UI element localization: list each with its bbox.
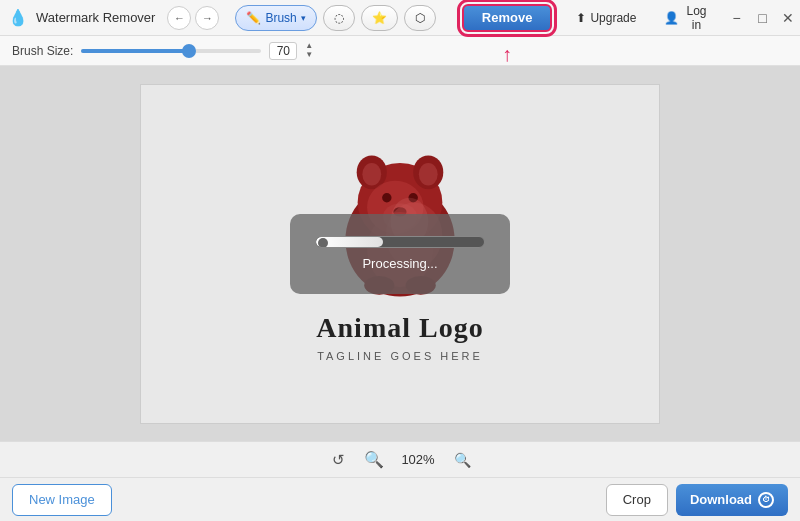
brush-icon: ✏️: [246, 11, 261, 25]
brush-size-label: Brush Size:: [12, 44, 73, 58]
zoom-out-button[interactable]: 🔍: [362, 448, 386, 472]
status-bar: ↺ 🔍 102% 🔍: [0, 441, 800, 477]
rotate-button[interactable]: ↺: [326, 448, 350, 472]
lasso-icon: ◌: [334, 11, 344, 25]
action-bar: New Image Crop Download ⏱: [0, 477, 800, 521]
brush-size-bar: Brush Size: 70 ▲ ▼: [0, 36, 800, 66]
remove-arrow-indicator: ↑: [502, 44, 512, 64]
lasso-tool-button[interactable]: ◌: [323, 5, 355, 31]
app-title: Watermark Remover: [36, 10, 155, 25]
brush-tool-button[interactable]: ✏️ Brush ▾: [235, 5, 316, 31]
minimize-button[interactable]: −: [730, 10, 744, 26]
canvas-area: Animal Logo TAGLINE GOES HERE Processing…: [0, 66, 800, 441]
brush-slider-track[interactable]: [81, 49, 261, 53]
remove-button[interactable]: Remove: [462, 4, 553, 32]
login-button[interactable]: 👤 Log in: [656, 1, 717, 35]
remove-button-wrapper: Remove ↑: [462, 4, 553, 32]
processing-text: Processing...: [362, 256, 437, 271]
brush-slider-fill: [81, 49, 189, 53]
upgrade-button[interactable]: ⬆ Upgrade: [568, 8, 644, 28]
image-frame[interactable]: Animal Logo TAGLINE GOES HERE Processing…: [140, 84, 660, 424]
polygon-tool-button[interactable]: ⭐: [361, 5, 398, 31]
svg-point-8: [382, 193, 391, 202]
eraser-tool-button[interactable]: ⬡: [404, 5, 436, 31]
brush-slider-thumb[interactable]: [182, 44, 196, 58]
polygon-icon: ⭐: [372, 11, 387, 25]
forward-button[interactable]: →: [195, 6, 219, 30]
processing-overlay: Processing...: [290, 214, 510, 294]
title-bar: 💧 Watermark Remover ← → ✏️ Brush ▾ ◌ ⭐ ⬡…: [0, 0, 800, 36]
crop-button[interactable]: Crop: [606, 484, 668, 516]
back-button[interactable]: ←: [167, 6, 191, 30]
user-icon: 👤: [664, 11, 679, 25]
svg-point-5: [419, 162, 438, 185]
svg-point-3: [362, 162, 381, 185]
logo-tagline: TAGLINE GOES HERE: [317, 350, 483, 362]
progress-bar-fill: [316, 237, 383, 247]
brush-decrement-button[interactable]: ▼: [305, 51, 313, 60]
eraser-icon: ⬡: [415, 11, 425, 25]
maximize-button[interactable]: □: [756, 10, 770, 26]
brush-chevron: ▾: [301, 13, 306, 23]
nav-buttons: ← →: [167, 6, 219, 30]
download-button[interactable]: Download ⏱: [676, 484, 788, 516]
brush-value-steppers: ▲ ▼: [305, 42, 313, 60]
close-button[interactable]: ✕: [781, 10, 795, 26]
download-clock-icon: ⏱: [758, 492, 774, 508]
new-image-button[interactable]: New Image: [12, 484, 112, 516]
title-right-controls: ⬆ Upgrade 👤 Log in − □ ✕: [568, 1, 795, 35]
zoom-level-display: 102%: [398, 452, 438, 467]
right-actions: Crop Download ⏱: [606, 484, 788, 516]
progress-dot: [318, 238, 328, 248]
zoom-in-button[interactable]: 🔍: [450, 448, 474, 472]
upgrade-icon: ⬆: [576, 11, 586, 25]
logo-title: Animal Logo: [316, 312, 483, 344]
progress-bar-track: [315, 236, 485, 248]
brush-value-display: 70: [269, 42, 297, 60]
toolbar: ✏️ Brush ▾ ◌ ⭐ ⬡ Remove ↑: [227, 4, 560, 32]
app-icon: 💧: [8, 8, 28, 27]
